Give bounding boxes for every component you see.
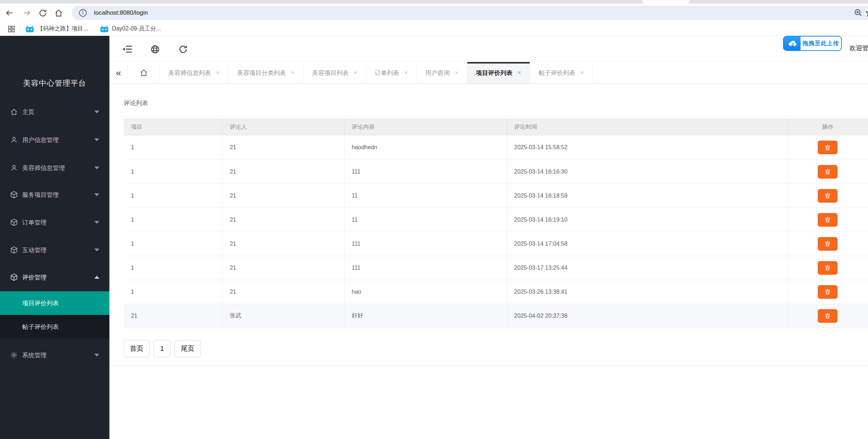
user-icon — [10, 164, 18, 172]
home-icon[interactable] — [52, 6, 65, 19]
delete-button[interactable] — [818, 189, 838, 203]
collapse-sidebar-icon[interactable] — [122, 44, 133, 55]
reload-icon[interactable] — [36, 6, 49, 19]
cell-reviewer: 21 — [222, 136, 344, 160]
tab-order-list[interactable]: 订单列表 × — [366, 62, 417, 84]
bookmark-item[interactable]: 【码神之路】项目... — [25, 25, 88, 33]
cell-reviewer: 张武 — [222, 304, 344, 328]
chevron-down-icon — [94, 249, 99, 251]
netdisk-upload-widget[interactable]: 拖拽至此上传 — [783, 36, 842, 51]
tab-beautician-list[interactable]: 美容师信息列表 × — [160, 62, 228, 84]
delete-button[interactable] — [818, 261, 838, 275]
last-page-button[interactable]: 尾页 — [175, 340, 201, 357]
bookmark-label: Day02-09-员工分... — [112, 25, 161, 33]
cell-content: haodhedn — [344, 136, 507, 160]
close-icon[interactable]: × — [291, 69, 294, 76]
cube-icon — [10, 246, 18, 254]
table-row: 1 21 111 2025-03-14 16:16:30 — [124, 160, 868, 184]
site-info-icon[interactable] — [78, 8, 88, 18]
sidebar-item-service-mgmt[interactable]: 服务项目管理 — [0, 181, 109, 209]
close-icon[interactable]: × — [518, 69, 521, 76]
sidebar-subitem-project-review-list[interactable]: 项目评价列表 — [0, 291, 109, 315]
cell-reviewer: 21 — [222, 280, 344, 304]
chevron-down-icon — [94, 193, 99, 196]
address-bar[interactable]: localhost:8080/login — [72, 6, 868, 20]
divider — [116, 117, 868, 117]
tab-post-review-list[interactable]: 帖子评价列表 × — [530, 62, 593, 84]
bilibili-icon — [25, 25, 34, 33]
divider — [109, 366, 868, 366]
tab-user-consult[interactable]: 用户咨询 × — [417, 62, 467, 84]
app-title: 美容中心管理平台 — [0, 78, 109, 88]
cell-time: 2025-04-02 20:37:38 — [507, 304, 787, 328]
forward-icon[interactable] — [20, 6, 33, 19]
tab-home[interactable] — [128, 62, 160, 84]
cell-time: 2025-03-14 16:18:59 — [507, 184, 787, 208]
trash-icon — [824, 168, 831, 175]
cube-icon — [10, 218, 18, 226]
zoom-in-icon[interactable] — [854, 8, 863, 18]
sidebar-item-order-mgmt[interactable]: 订单管理 — [0, 208, 109, 236]
delete-button[interactable] — [818, 141, 838, 154]
sidebar-item-label: 系统管理 — [22, 351, 47, 359]
delete-button[interactable] — [818, 285, 838, 299]
tabs-collapse-icon[interactable]: « — [109, 62, 128, 84]
baidu-netdisk-icon — [784, 37, 801, 50]
delete-button[interactable] — [818, 165, 838, 179]
close-icon[interactable]: × — [580, 69, 584, 76]
bilibili-icon — [100, 25, 109, 33]
first-page-button[interactable]: 首页 — [124, 340, 150, 357]
cell-content: 111 — [344, 232, 507, 256]
trash-icon — [824, 288, 831, 295]
cube-icon — [10, 273, 18, 281]
cell-reviewer: 21 — [222, 232, 344, 256]
tab-project-review-list[interactable]: 项目评价列表 × — [467, 62, 530, 84]
back-icon[interactable] — [3, 6, 16, 19]
cell-reviewer: 21 — [222, 160, 344, 184]
chevron-down-icon — [94, 354, 99, 357]
close-icon[interactable]: × — [354, 69, 357, 76]
sidebar-item-user-info[interactable]: 用户信息管理 — [0, 126, 109, 154]
sidebar-item-beautician-info[interactable]: 美容师信息管理 — [0, 154, 109, 182]
close-icon[interactable]: × — [216, 69, 220, 76]
bookmark-item[interactable]: Day02-09-员工分... — [100, 25, 161, 33]
globe-icon[interactable] — [150, 44, 160, 55]
sidebar-subitem-post-review-list[interactable]: 帖子评价列表 — [0, 315, 109, 339]
tab-project-list[interactable]: 美容项目列表 × — [303, 62, 366, 84]
delete-button[interactable] — [818, 213, 838, 227]
trash-icon — [824, 216, 831, 223]
refresh-icon[interactable] — [178, 44, 188, 55]
sidebar-item-label: 服务项目管理 — [22, 191, 59, 199]
cell-project: 1 — [124, 160, 222, 184]
trash-icon — [824, 192, 831, 199]
table-row: 21 张武 好好 2025-04-02 20:37:38 — [124, 304, 868, 328]
page-number-button[interactable]: 1 — [154, 340, 171, 357]
delete-button[interactable] — [818, 309, 838, 323]
trash-icon — [824, 312, 831, 319]
apps-grid-icon[interactable] — [8, 25, 15, 33]
column-header: 操作 — [787, 118, 868, 136]
url-text[interactable]: localhost:8080/login — [94, 9, 148, 16]
tab-project-category-list[interactable]: 美容项目分类列表 × — [228, 62, 303, 84]
sidebar-item-interaction-mgmt[interactable]: 互动管理 — [0, 236, 109, 264]
cell-content: 111 — [344, 256, 507, 280]
tab-label: 美容项目列表 — [312, 69, 349, 77]
delete-button[interactable] — [818, 237, 838, 251]
sidebar-item-review-mgmt[interactable]: 评价管理 — [0, 263, 109, 291]
sidebar-item-home[interactable]: 主页 — [0, 98, 109, 126]
cell-content: hao — [344, 280, 507, 304]
cell-reviewer: 21 — [222, 208, 344, 232]
sidebar-item-label: 主页 — [22, 108, 34, 116]
comment-table: 项目 评论人 评论内容 评论时间 操作 1 21 haodhedn 2025-0… — [124, 118, 868, 328]
sidebar-item-system-mgmt[interactable]: 系统管理 — [0, 341, 109, 369]
bookmarks-bar: 【码神之路】项目... Day02-09-员工分... — [0, 22, 868, 36]
page-title: 评论列表 — [124, 99, 148, 107]
cell-time: 2025-03-14 15:58:52 — [507, 136, 787, 160]
table-row: 1 21 111 2025-03-14 17:04:58 — [124, 232, 868, 256]
close-icon[interactable]: × — [404, 69, 408, 76]
cell-time: 2025-03-14 17:04:58 — [507, 232, 787, 256]
cell-content: 111 — [344, 160, 507, 184]
bookmark-star-icon[interactable] — [865, 8, 868, 18]
close-icon[interactable]: × — [455, 69, 458, 76]
cell-project: 1 — [124, 136, 222, 160]
